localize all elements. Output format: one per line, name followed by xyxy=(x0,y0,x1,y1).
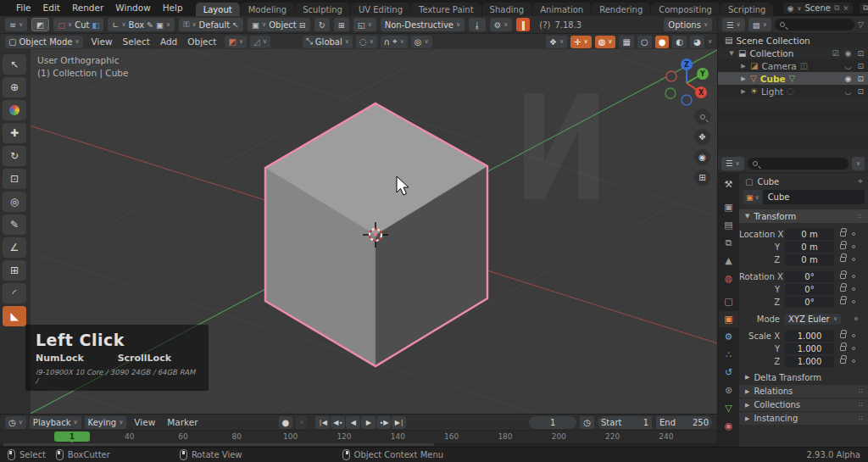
shading-material-button[interactable]: ◐ xyxy=(672,36,687,48)
hardops-tool[interactable]: ◜ xyxy=(3,283,26,303)
view-layer-tab[interactable]: ⧉ xyxy=(719,235,738,251)
delta-transform-panel[interactable]: ▶Delta Transform xyxy=(739,370,868,384)
timeline-ruler[interactable]: 20406080100120140160180200220240 1 xyxy=(0,430,717,443)
cursor-tool[interactable]: ⊕ xyxy=(3,77,26,97)
copy-scene-icon[interactable]: ⧉ xyxy=(834,3,839,13)
scene-selector[interactable]: ◉∨ Scene ⧉ ✕ xyxy=(782,2,853,14)
breadcrumb-object[interactable]: Cube xyxy=(757,177,779,186)
animate-dot[interactable] xyxy=(852,275,855,278)
pin-icon[interactable]: ⌖ xyxy=(858,176,863,186)
checkbox-icon[interactable]: ☑ xyxy=(832,49,839,58)
workspace-tab[interactable]: Modeling xyxy=(241,3,295,16)
workspace-tab[interactable]: Animation xyxy=(532,3,591,16)
orientation-dropdown[interactable]: ⤡Global∨ xyxy=(303,36,353,48)
transform-tool[interactable] xyxy=(3,100,26,120)
viewport-menu-item[interactable]: Object xyxy=(182,34,221,49)
snap-toggle[interactable]: ∩⌖∨ xyxy=(381,36,408,48)
lock-icon[interactable] xyxy=(840,346,846,351)
cut-mode-dropdown[interactable]: ▢∨Cut◧ xyxy=(53,18,103,31)
overlays-toggle[interactable]: ◍∨ xyxy=(595,36,616,48)
animate-dot[interactable] xyxy=(852,359,855,363)
prev-keyframe-button[interactable]: ◀∙ xyxy=(331,416,345,429)
viewport-menu-item[interactable]: Add xyxy=(155,34,182,49)
options-dropdown[interactable]: Options∨ xyxy=(664,18,712,31)
outliner-row-light[interactable]: ▶ ☀ Light ◌ ◡ ⊡ xyxy=(718,85,868,97)
jump-to-end-button[interactable]: ▶∣ xyxy=(392,416,406,429)
outliner-row-collection[interactable]: ▼ ⬓ Collection ☑ ◉ ⊡ xyxy=(718,47,868,59)
expand-icon[interactable]: ▶ xyxy=(740,88,747,95)
lock-icon[interactable] xyxy=(840,299,846,304)
gizmo-minus-y-axis[interactable] xyxy=(665,88,676,98)
ortho-grid-icon[interactable]: ⊞ xyxy=(694,170,710,186)
workspace-tab[interactable]: Scripting xyxy=(721,3,773,16)
gizmos-toggle[interactable]: ✛∨ xyxy=(570,36,592,48)
menu-item[interactable]: Render xyxy=(66,0,109,16)
panel-grip-icon[interactable]: ∷ xyxy=(859,387,863,395)
world-tab[interactable]: ◍ xyxy=(719,270,738,287)
camera-view-icon[interactable]: ◉ xyxy=(694,149,710,165)
move-tool[interactable]: ✚ xyxy=(3,123,26,143)
shape-dropdown[interactable]: ∟∨Box✎▣∨ xyxy=(108,18,175,31)
workspace-tab[interactable]: Compositing xyxy=(651,3,720,16)
scale-tool[interactable]: ⊡ xyxy=(3,169,26,189)
help-icon[interactable]: (?) xyxy=(539,20,550,30)
lock-icon[interactable] xyxy=(840,244,846,249)
object-name-field[interactable]: Cube xyxy=(763,190,865,204)
timeline-view-menu[interactable]: View xyxy=(130,415,159,430)
xray-toggle[interactable]: ▦ xyxy=(619,36,633,48)
properties-filter-dropdown[interactable]: ∨ xyxy=(852,157,865,170)
expand-icon[interactable]: ▶ xyxy=(740,63,747,70)
mode-dropdown[interactable]: ▢Object Mode∨ xyxy=(5,36,83,48)
animate-dot[interactable] xyxy=(852,258,855,261)
menu-item[interactable]: Help xyxy=(157,0,189,16)
sync-button[interactable]: ↻ xyxy=(314,18,330,31)
jump-to-start-button[interactable]: ∣◀ xyxy=(315,416,330,429)
transform-gizmo-tool[interactable]: ◎ xyxy=(3,192,26,212)
transform-value-field[interactable]: 0 m xyxy=(785,242,834,253)
hide-icon[interactable]: ◡ xyxy=(845,62,852,70)
play-button[interactable]: ▶ xyxy=(361,416,376,429)
physics-tab[interactable]: ↺ xyxy=(719,365,738,381)
particles-tab[interactable]: ∴ xyxy=(719,347,738,363)
pipe-dropdown[interactable]: Non-Destructive∨ xyxy=(381,18,465,31)
target-dropdown[interactable]: ▣∨Object⊟ xyxy=(248,18,310,31)
transform-value-field[interactable]: 1.000 xyxy=(785,343,834,354)
viewport-menu-item[interactable]: View xyxy=(86,34,118,49)
object-data-tab[interactable]: ▽ xyxy=(719,400,738,416)
output-tab[interactable]: ▤ xyxy=(719,217,738,233)
transform-value-field[interactable]: 0° xyxy=(785,271,834,282)
hide-icon[interactable]: ◡ xyxy=(845,87,852,96)
expand-icon[interactable]: ▼ xyxy=(728,50,735,57)
mode-transfer-dropdown[interactable]: ◩∨ xyxy=(225,36,247,48)
rotate-tool[interactable]: ↻ xyxy=(3,146,26,166)
render-visibility-icon[interactable]: ⊡ xyxy=(857,62,864,70)
transform-value-field[interactable]: 1.000 xyxy=(785,331,834,342)
constraints-tab[interactable]: ⊛ xyxy=(719,382,738,398)
transform-value-field[interactable]: 1.000 xyxy=(785,356,834,367)
animate-dot[interactable] xyxy=(852,347,855,350)
lock-icon[interactable] xyxy=(840,333,846,338)
use-preview-range-toggle[interactable]: ◷ xyxy=(580,416,594,429)
collection-dropdown[interactable]: ◱∨ xyxy=(353,18,376,31)
tool-presets-dropdown[interactable]: ≋∨ xyxy=(5,18,27,31)
animate-dot[interactable] xyxy=(852,287,855,291)
hide-icon[interactable]: ◉ xyxy=(845,75,852,83)
animate-dot[interactable] xyxy=(852,245,855,248)
transform-value-field[interactable]: 0 m xyxy=(785,254,834,265)
menu-item[interactable]: Window xyxy=(109,0,156,16)
active-tool-icon[interactable]: ◩ xyxy=(31,18,49,31)
lock-icon[interactable] xyxy=(840,231,846,237)
preset-dropdown[interactable]: ⚿∨Default↖ xyxy=(179,18,243,31)
outliner-row-camera[interactable]: ▶ ◪ Camera ◫ ◡ ⊡ xyxy=(718,59,868,72)
pause-button[interactable]: ‖ xyxy=(516,18,530,31)
outliner-search-input[interactable] xyxy=(775,19,854,31)
outliner-row-scene-collection[interactable]: ▤ Scene Collection xyxy=(718,34,868,47)
current-frame-field[interactable]: 1 xyxy=(529,416,576,429)
material-tab[interactable]: ◉ xyxy=(719,418,738,434)
export-button[interactable]: ⭳ xyxy=(469,18,486,31)
filter-icon[interactable]: ▽ xyxy=(858,20,864,29)
workspace-tab[interactable]: Sculpting xyxy=(295,3,350,16)
shading-dropdown[interactable]: ∨ xyxy=(708,38,712,45)
select-box-tool[interactable]: ↖ xyxy=(3,54,26,75)
transform-panel-header[interactable]: ▼ Transform ∷ xyxy=(739,209,868,223)
